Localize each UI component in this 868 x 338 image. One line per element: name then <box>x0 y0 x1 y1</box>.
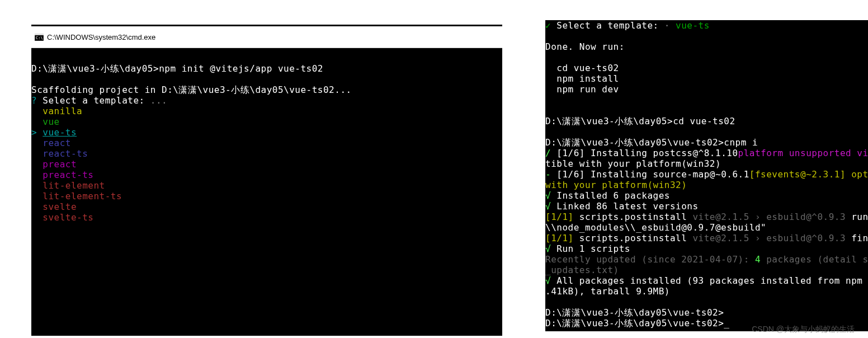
question-mark: ? <box>31 95 37 106</box>
recent-count: 4 <box>755 254 761 265</box>
recent-d: (detail s <box>812 254 868 265</box>
script-count2: [1/1] <box>545 233 574 243</box>
nodemod-path: \\node_modules\\_esbuild@0.9.7@esbuild" <box>545 222 766 233</box>
script-fin2: fin <box>846 233 868 243</box>
top-select-value: vue-ts <box>676 20 710 31</box>
run1-scripts: Run 1 scripts <box>551 243 630 254</box>
install-step2: [1/6] Installing source-map@~0.6.1 <box>551 169 749 180</box>
installed6: Installed 6 packages <box>551 190 670 201</box>
blank-line <box>545 297 551 307</box>
titlebar-title: C:\WINDOWS\system32\cmd.exe <box>47 33 155 41</box>
blank-line <box>545 95 551 105</box>
top-check: ✓ <box>545 20 551 31</box>
blank-line <box>31 53 37 63</box>
prompt4: D:\潇潇\vue3-小练\day05\vue-ts02> <box>545 307 724 318</box>
cd-line: cd vue-ts02 <box>545 63 619 73</box>
tarball-size: .41kB), tarball 9.9MB) <box>545 286 670 297</box>
prompt2-path: D:\潇潇\vue3-小练\day05> <box>545 116 673 126</box>
svg-text:C:\: C:\ <box>36 36 43 40</box>
blank-line <box>545 105 551 116</box>
option-preact[interactable]: preact <box>31 159 77 170</box>
fsevents-warn: [fsevents@~2.3.1] opt <box>749 169 868 180</box>
script-name1: scripts.postinstall <box>574 212 693 222</box>
cmd-window-left: C:\ C:\WINDOWS\system32\cmd.exe D:\潇潇\vu… <box>31 25 502 336</box>
prompt2-cmd: cd vue-ts02 <box>673 116 735 126</box>
prompt-cmd: npm init @vitejs/app vue-ts02 <box>159 63 323 74</box>
blank-line <box>545 52 551 63</box>
linked86: Linked 86 latest versions <box>551 201 698 212</box>
option-selected-marker: > <box>31 127 43 138</box>
check-icon: √ <box>545 190 551 201</box>
blank-line <box>545 31 551 41</box>
option-svelte-ts[interactable]: svelte-ts <box>31 212 93 223</box>
prompt-path: D:\潇潇\vue3-小练\day05> <box>31 63 159 74</box>
script-pkg1: vite@2.1.5 › esbuild@^0.9.3 <box>692 212 846 222</box>
script-name2: scripts.postinstall <box>574 233 693 243</box>
spinner2: - <box>545 169 551 180</box>
option-react-ts[interactable]: react-ts <box>31 148 88 159</box>
recent-a: Recently updated (since 2021-04-07): <box>545 254 755 265</box>
check-icon: √ <box>545 201 551 212</box>
top-dot: · <box>664 20 676 31</box>
option-svelte[interactable]: svelte <box>31 201 77 212</box>
cmd-icon: C:\ <box>35 32 44 41</box>
recent-c: packages <box>761 254 812 265</box>
top-select-label: Select a template: <box>551 20 664 31</box>
select-label: Select a template: <box>37 95 150 106</box>
option-vue[interactable]: vue <box>31 116 60 127</box>
blank-line <box>545 126 551 137</box>
option-lit-ts[interactable]: lit-element-ts <box>31 191 122 201</box>
script-count1: [1/1] <box>545 212 574 222</box>
scaffold-line: Scaffolding project in D:\潇潇\vue3-小练\day… <box>31 84 352 95</box>
all-packages: All packages installed (93 packages inst… <box>551 275 862 286</box>
check-icon: √ <box>545 275 551 286</box>
recent-e: _updates.txt) <box>545 265 619 275</box>
script-run1: run <box>846 212 868 222</box>
prompt3-path: D:\潇潇\vue3-小练\day05\vue-ts02> <box>545 137 724 148</box>
svg-rect-1 <box>35 34 44 35</box>
option-vue-ts[interactable]: vue-ts <box>43 127 77 138</box>
cursor: _ <box>724 318 729 328</box>
spinner1: / <box>545 148 551 158</box>
option-vanilla[interactable]: vanilla <box>31 106 82 116</box>
script-pkg2: vite@2.1.5 › esbuild@^0.9.3 <box>692 233 846 243</box>
terminal-body-right[interactable]: ✓ Select a template: · vue-ts Done. Now … <box>545 20 868 331</box>
install-line: npm install <box>545 73 619 84</box>
fsevents-warn2: with your platform(win32) <box>545 180 687 190</box>
prompt3-cmd: cnpm i <box>724 137 758 148</box>
rundev-line: npm run dev <box>545 84 619 95</box>
platform-warn1b: tible with your platform(win32) <box>545 158 721 169</box>
option-react[interactable]: react <box>31 138 71 148</box>
cmd-window-right: ✓ Select a template: · vue-ts Done. Now … <box>545 20 868 331</box>
option-preact-ts[interactable]: preact-ts <box>31 170 93 180</box>
select-ellipsis: ... <box>150 95 167 106</box>
done-line: Done. Now run: <box>545 41 625 52</box>
prompt5: D:\潇潇\vue3-小练\day05\vue-ts02> <box>545 318 724 328</box>
blank-line <box>31 74 37 84</box>
install-step1: [1/6] Installing postcss@^8.1.10 <box>551 148 738 158</box>
option-lit[interactable]: lit-element <box>31 180 105 191</box>
titlebar[interactable]: C:\ C:\WINDOWS\system32\cmd.exe <box>31 26 502 48</box>
check-icon: √ <box>545 243 551 254</box>
platform-warn1: platform unsupported vi <box>738 148 868 158</box>
terminal-body-left[interactable]: D:\潇潇\vue3-小练\day05>npm init @vitejs/app… <box>31 48 502 336</box>
